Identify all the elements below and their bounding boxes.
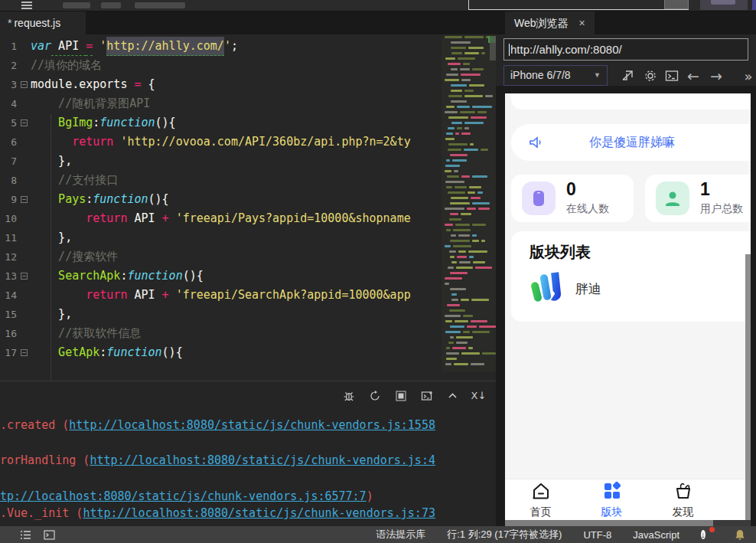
code-line[interactable]: 16 //获取软件信息 [0, 324, 442, 343]
code-token: //获取软件信息 [31, 324, 141, 343]
code-token: module.exports [31, 75, 134, 94]
terminal-add-icon[interactable] [420, 389, 433, 402]
line-number: 4 [0, 94, 20, 113]
fold-toggle-icon[interactable]: – [21, 119, 28, 126]
back-icon[interactable]: ← [684, 67, 702, 85]
code-line[interactable]: 9– Pays:function(){ [0, 190, 442, 209]
menu-icon[interactable] [21, 2, 32, 9]
forward-icon[interactable]: → [707, 67, 725, 85]
stack-trace-link[interactable]: http://localhost:8080/static/js/chunk-ve… [83, 506, 435, 520]
stat-card-online[interactable]: 0 在线人数 [511, 175, 634, 222]
device-row: iPhone 6/7/8 ▼ ← → » [503, 65, 756, 86]
device-select[interactable]: iPhone 6/7/8 ▼ [503, 65, 608, 86]
line-number: 2 [0, 56, 20, 75]
code-token: API [127, 286, 161, 305]
tab-web-browser[interactable]: Web浏览器 × [505, 11, 595, 34]
more-icon[interactable]: » [739, 67, 756, 85]
close-icon[interactable]: × [579, 11, 585, 34]
code-token [113, 132, 120, 152]
minimap[interactable] [442, 34, 496, 371]
code-line[interactable]: 10 return API + 'freeapi/Pays?appid=1000… [0, 209, 442, 228]
board-item[interactable]: 胖迪 [530, 270, 601, 308]
run-button[interactable] [700, 0, 748, 10]
console-line: .created (http://localhost:8080/static/j… [0, 418, 435, 432]
code-line[interactable]: 2//填你的域名 [0, 56, 442, 75]
code-line[interactable]: 15 }, [0, 305, 442, 324]
toolbar-item[interactable] [63, 2, 90, 8]
gear-icon[interactable] [641, 67, 660, 85]
terminal-icon[interactable] [663, 67, 681, 85]
bell-icon[interactable] [735, 529, 745, 541]
code-token: Pays [31, 190, 86, 209]
tab-首页[interactable]: 首页 [505, 479, 576, 520]
language-mode[interactable]: JavaScript [633, 529, 679, 541]
code-token: API [51, 37, 86, 56]
cursor-position[interactable]: 行:1 列:29 (17字符被选择) [447, 528, 562, 541]
code-token: function [106, 343, 161, 362]
code-line[interactable]: 7 }, [0, 152, 442, 171]
collapse-icon[interactable] [446, 389, 459, 402]
vertical-scrollbar[interactable] [745, 254, 751, 520]
code-token [169, 286, 176, 305]
error-text: .Vue._init ( [0, 506, 83, 520]
fold-toggle-icon[interactable]: – [21, 273, 28, 280]
code-token: 'http://ovooa.com/API/360bz/api.php?n=2&… [120, 132, 410, 152]
toolbar-item[interactable] [135, 2, 185, 8]
code-line[interactable]: 8 //支付接口 [0, 171, 442, 190]
text-caret [509, 44, 510, 56]
code-line[interactable]: 3–module.exports = { [0, 75, 442, 94]
console-panel: X↓ .created (http://localhost:8080/stati… [0, 381, 496, 526]
code-token: return [31, 209, 127, 228]
url-input[interactable]: http://ahlly.com/:8080/ [503, 38, 748, 61]
search-button[interactable] [664, 0, 689, 9]
code-line[interactable]: 13– SearchApk:function(){ [0, 267, 442, 286]
code-line[interactable]: 4 //随机背景图API [0, 94, 442, 113]
update-download-icon[interactable]: ↓ [701, 528, 713, 541]
fold-toggle-icon[interactable]: – [21, 349, 28, 356]
fold-column [20, 132, 31, 152]
scrollbar-thumb[interactable] [505, 520, 713, 526]
horizontal-scrollbar[interactable] [505, 520, 751, 526]
fold-toggle-icon[interactable]: – [21, 81, 28, 88]
code-line[interactable]: 12 //搜索软件 [0, 247, 442, 267]
global-search-input[interactable] [468, 0, 689, 10]
code-editor[interactable]: 1var API = 'http://ahlly.com/';2//填你的域名3… [0, 34, 496, 381]
code-line[interactable]: 14 return API + 'freeapi/SearchApk?appid… [0, 286, 442, 305]
terminal-status-icon[interactable] [44, 530, 55, 540]
code-line[interactable]: 1var API = 'http://ahlly.com/'; [0, 37, 442, 56]
bug-icon[interactable] [342, 389, 355, 402]
fold-column [20, 247, 31, 267]
line-number: 15 [0, 305, 20, 324]
restart-icon[interactable] [368, 389, 381, 402]
stop-icon[interactable] [394, 389, 407, 402]
code-token: ' [99, 37, 106, 56]
tab-版块[interactable]: 版块 [576, 479, 647, 520]
code-line[interactable]: 11 }, [0, 228, 442, 247]
announcement-bar[interactable]: 你是傻逼胖娣嘛 [511, 124, 751, 161]
stack-trace-link[interactable]: http://localhost:8080/static/js/chunk-ve… [69, 418, 435, 432]
fold-toggle-icon[interactable]: – [21, 196, 28, 203]
stack-trace-link[interactable]: tp://localhost:8080/static/js/chunk-vend… [0, 489, 367, 503]
minimap-viewport[interactable] [490, 36, 496, 61]
clear-icon[interactable]: X↓ [472, 389, 485, 402]
tab-request-js[interactable]: *request.js [0, 11, 86, 34]
code-token: }, [31, 152, 72, 171]
tab-label: request.js [14, 17, 60, 29]
console-toolbar: X↓ [342, 389, 485, 402]
tab-发现[interactable]: 发现 [647, 479, 719, 520]
code-line[interactable]: 5– BgImg:function(){ [0, 113, 442, 132]
stat-card-total[interactable]: 1 用户总数 [645, 175, 751, 222]
outline-list-icon[interactable] [20, 530, 31, 540]
stack-trace-link[interactable]: http://localhost:8080/static/js/chunk-ve… [90, 453, 435, 467]
chevron-down-icon: ▼ [594, 66, 601, 85]
section-title: 版块列表 [530, 242, 591, 263]
syntax-lib-status[interactable]: 语法提示库 [376, 528, 425, 541]
code-token: : [120, 267, 127, 286]
encoding[interactable]: UTF-8 [583, 529, 611, 541]
code-line[interactable]: 17– GetApk:function(){ [0, 343, 442, 362]
toolbar-item[interactable] [101, 2, 121, 8]
code-line[interactable]: 6 return 'http://ovooa.com/API/360bz/api… [0, 132, 442, 152]
notification-dot [709, 527, 715, 532]
line-number: 5 [0, 113, 20, 132]
open-external-icon[interactable] [618, 67, 637, 85]
